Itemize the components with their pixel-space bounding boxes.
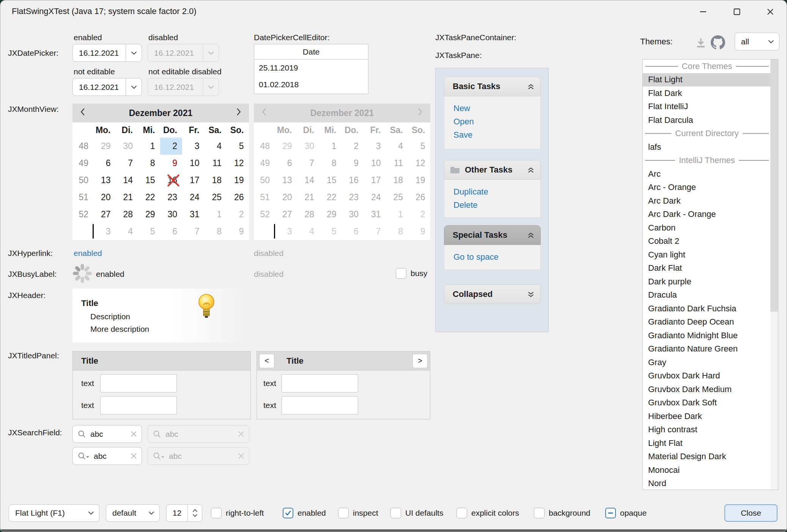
theme-item[interactable]: Material Design Dark <box>643 450 771 464</box>
search-field-enabled[interactable] <box>72 425 142 443</box>
chevron-down-icon[interactable] <box>126 44 142 61</box>
day-cell[interactable]: 1 <box>138 138 160 155</box>
theme-item[interactable]: High contrast <box>643 423 771 437</box>
day-cell[interactable]: 9 <box>227 223 249 240</box>
theme-item[interactable]: Monocai <box>643 463 771 477</box>
theme-item[interactable]: Flat Darcula <box>643 113 771 127</box>
theme-item[interactable]: Dracula <box>643 289 771 302</box>
prev-month-icon[interactable] <box>80 108 85 118</box>
day-cell[interactable]: 28 <box>116 206 138 223</box>
task-link[interactable]: Delete <box>453 198 540 212</box>
day-cell[interactable]: 15 <box>138 172 160 189</box>
task-link[interactable]: Duplicate <box>453 185 540 198</box>
collapse-icon[interactable] <box>527 232 535 239</box>
day-cell[interactable]: 11 <box>205 155 227 172</box>
day-cell[interactable]: 6 <box>93 155 116 172</box>
theme-item[interactable]: Flat Dark <box>643 86 771 100</box>
day-cell[interactable]: 21 <box>116 189 138 206</box>
search-input[interactable] <box>94 452 131 461</box>
theme-item[interactable]: Arc <box>643 167 771 181</box>
day-cell[interactable]: 30 <box>160 206 183 223</box>
day-cell[interactable]: 26 <box>227 189 249 206</box>
task-link[interactable]: New <box>453 102 540 115</box>
day-cell[interactable]: 17 <box>182 172 205 189</box>
theme-item[interactable]: Gradianto Midnight Blue <box>643 329 771 342</box>
day-cell[interactable]: 5 <box>227 138 249 155</box>
day-cell[interactable]: 7 <box>182 223 205 240</box>
search-menu-icon[interactable] <box>78 452 90 460</box>
day-cell[interactable]: 2 <box>227 206 249 223</box>
day-cell[interactable]: 8 <box>138 155 160 172</box>
day-cell[interactable]: 7 <box>116 155 138 172</box>
theme-item[interactable]: Cyan light <box>643 248 771 262</box>
day-cell[interactable]: 19 <box>227 172 249 189</box>
text-field[interactable] <box>282 396 358 414</box>
day-cell[interactable]: 20 <box>93 189 116 206</box>
hyperlink-enabled[interactable]: enabled <box>74 249 102 258</box>
date-picker-enabled[interactable]: 16.12.2021 <box>72 44 142 62</box>
theme-item[interactable]: Gruvbox Dark Soft <box>643 396 771 410</box>
day-cell[interactable]: 6 <box>160 223 183 240</box>
close-window-button[interactable] <box>762 5 779 19</box>
theme-item[interactable]: Gruvbox Dark Hard <box>643 369 771 383</box>
day-cell[interactable]: 22 <box>138 189 160 206</box>
day-cell[interactable]: 18 <box>205 172 227 189</box>
checkbox-explicit-colors[interactable]: explicit colors <box>456 508 519 518</box>
text-field[interactable] <box>100 396 177 414</box>
checkbox-busy[interactable]: busy <box>396 268 427 279</box>
day-cell[interactable]: 30 <box>116 138 138 155</box>
theme-item[interactable]: Gradianto Nature Green <box>643 342 771 356</box>
checkbox-background[interactable]: background <box>534 508 590 518</box>
theme-item[interactable]: Arc Dark - Orange <box>643 208 771 221</box>
task-pane-header[interactable]: Other Tasks <box>444 160 541 180</box>
day-cell[interactable]: 16 <box>160 172 183 189</box>
theme-item[interactable]: Carbon <box>643 221 771 235</box>
theme-item[interactable]: Flat IntelliJ <box>643 100 771 114</box>
task-link[interactable]: Go to space <box>453 250 540 264</box>
theme-item[interactable]: Dark purple <box>643 275 771 289</box>
font-combo[interactable]: default <box>106 504 160 522</box>
task-pane-header[interactable]: Special Tasks <box>444 225 541 245</box>
clear-search-icon[interactable] <box>131 453 137 459</box>
download-themes-button[interactable] <box>695 37 707 50</box>
theme-item[interactable]: Hiberbee Dark <box>643 410 771 423</box>
theme-item[interactable]: Gray <box>643 356 771 369</box>
laf-combo[interactable]: Flat Light (F1) <box>9 504 99 522</box>
task-link[interactable]: Open <box>453 115 540 128</box>
theme-item[interactable]: Gradianto Deep Ocean <box>643 315 771 329</box>
prev-button[interactable]: < <box>259 354 274 368</box>
checkbox-right-to-left[interactable]: right-to-left <box>211 508 264 518</box>
checkbox-ui-defaults[interactable]: UI defaults <box>390 508 443 518</box>
theme-item[interactable]: Dark Flat <box>643 262 771 275</box>
checkbox-enabled[interactable]: enabled <box>283 508 326 518</box>
day-cell[interactable]: 31 <box>182 206 205 223</box>
expand-icon[interactable] <box>527 291 535 298</box>
day-cell[interactable]: 23 <box>160 189 183 206</box>
scrollbar-thumb[interactable] <box>770 60 778 312</box>
theme-item[interactable]: Arc - Orange <box>643 181 771 195</box>
text-field[interactable] <box>282 374 358 392</box>
minimize-button[interactable] <box>694 5 712 19</box>
theme-item[interactable]: Light Flat <box>643 436 771 450</box>
day-cell[interactable]: 3 <box>93 223 116 240</box>
day-cell[interactable]: 3 <box>182 138 205 155</box>
themes-filter-combo[interactable]: all <box>735 33 779 50</box>
day-cell[interactable]: 1 <box>205 206 227 223</box>
day-cell[interactable]: 29 <box>138 206 160 223</box>
next-button[interactable]: > <box>412 354 428 368</box>
theme-item[interactable]: Flat Light <box>643 73 771 87</box>
task-pane-header[interactable]: Basic Tasks <box>444 77 541 96</box>
scrollbar-track[interactable] <box>770 60 778 490</box>
task-link[interactable]: Save <box>453 128 540 141</box>
checkbox-inspect[interactable]: inspect <box>338 508 378 518</box>
table-row[interactable]: 25.11.2019 <box>254 60 368 76</box>
close-button[interactable]: Close <box>724 504 778 522</box>
search-input[interactable] <box>90 430 131 439</box>
day-cell[interactable]: 4 <box>116 223 138 240</box>
task-pane-header[interactable]: Collapsed <box>444 284 541 304</box>
day-cell[interactable]: 25 <box>205 189 227 206</box>
table-row[interactable]: 01.02.2018 <box>254 76 368 93</box>
chevron-down-icon[interactable] <box>126 78 142 96</box>
theme-item[interactable]: Gruvbox Dark Medium <box>643 383 771 396</box>
checkbox-opaque[interactable]: opaque <box>605 508 647 518</box>
